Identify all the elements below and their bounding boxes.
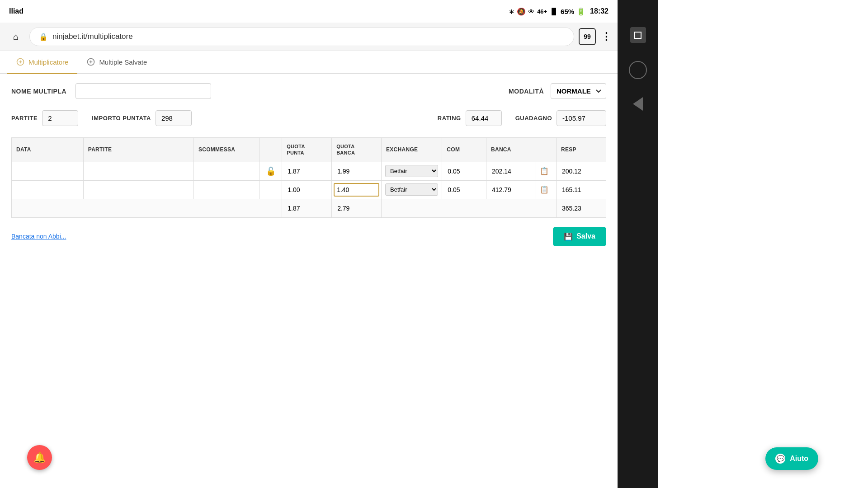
row2-scommessa-input[interactable]: [198, 183, 256, 196]
row1-scommessa-input[interactable]: [198, 165, 256, 178]
summary-quota-banca: [332, 199, 382, 217]
row2-exchange-cell: Betfair Smarkets: [382, 180, 442, 199]
row2-data-cell: [12, 180, 84, 199]
tab-multiplicatore[interactable]: Multiplicatore: [7, 51, 77, 74]
nome-multipla-label: NOME MULTIPLA: [11, 88, 66, 95]
row2-resp-input[interactable]: [560, 183, 602, 196]
table-header-row: DATA PARTITE SCOMMESSA QUOTA PUNTA QUOTA…: [12, 138, 606, 162]
browser-menu-button[interactable]: ⋮: [601, 31, 611, 42]
table-row: Betfair Smarkets 📋: [12, 180, 606, 199]
bancata-link[interactable]: Bancata non Abbi...: [11, 233, 66, 240]
rating-group: RATING: [438, 110, 502, 126]
sidebar-circle-button[interactable]: [629, 61, 647, 79]
row2-banca-input[interactable]: [490, 183, 532, 196]
status-bar: Iliad ∗ 🔕 👁 46+ ▐▌ 65% 🔋 18:32: [0, 0, 618, 23]
summary-empty: [12, 199, 282, 217]
rating-label: RATING: [438, 115, 461, 122]
th-com: COM: [442, 138, 486, 162]
summary-quota-punta-input[interactable]: [286, 202, 328, 215]
row1-lock-cell: 🔓: [260, 162, 282, 180]
guadagno-input[interactable]: [557, 110, 606, 126]
bell-icon: 🔔: [33, 452, 46, 464]
browser-chrome: ⌂ 🔒 ninjabet.it/multiplicatore 99 ⋮: [0, 23, 618, 51]
status-bar-right: ∗ 🔕 👁 46+ ▐▌ 65% 🔋 18:32: [509, 7, 609, 16]
row1-copy-cell: 📋: [536, 162, 556, 180]
summary-quota-banca-input[interactable]: [335, 202, 377, 215]
mute-icon: 🔕: [517, 7, 526, 16]
partite-group: PARTITE: [11, 110, 78, 126]
summary-middle: [382, 199, 557, 217]
summary-resp-input[interactable]: [560, 202, 602, 215]
th-copy: [536, 138, 556, 162]
modalita-section: MODALITÀ NORMALE AVANZATA: [509, 83, 606, 99]
tab-multiple-salvate[interactable]: Multiple Salvate: [77, 51, 156, 74]
signal-icon: 46+: [537, 8, 547, 15]
rating-input[interactable]: [466, 110, 502, 126]
betting-table: DATA PARTITE SCOMMESSA QUOTA PUNTA QUOTA…: [11, 137, 606, 218]
row2-partita-cell: [83, 180, 193, 199]
row1-exchange-select[interactable]: Betfair Smarkets: [385, 165, 438, 177]
th-partite: PARTITE: [83, 138, 193, 162]
page-content: NOME MULTIPLA MODALITÀ NORMALE AVANZATA …: [0, 74, 618, 488]
row2-quota-punta-cell: [282, 180, 332, 199]
time-label: 18:32: [590, 7, 609, 15]
tab-count-badge[interactable]: 99: [579, 28, 596, 45]
eye-icon: 👁: [528, 8, 535, 15]
th-banca: BANCA: [486, 138, 536, 162]
th-data: DATA: [12, 138, 84, 162]
stats-row: PARTITE IMPORTO PUNTATA RATING GUADAGNO: [11, 110, 606, 126]
row1-resp-input[interactable]: [560, 165, 602, 178]
row1-quota-punta-input[interactable]: [286, 165, 328, 178]
multiplicatore-tab-icon: [16, 57, 25, 66]
salva-button[interactable]: 💾 Salva: [553, 227, 606, 246]
row2-exchange-select[interactable]: Betfair Smarkets: [385, 183, 438, 196]
sidebar-square-button[interactable]: [630, 27, 646, 43]
row2-data-input[interactable]: [15, 183, 80, 196]
row1-data-input[interactable]: [15, 165, 80, 178]
tab-multiple-salvate-label: Multiple Salvate: [99, 58, 147, 66]
salva-label: Salva: [576, 232, 595, 240]
svg-rect-2: [635, 32, 641, 38]
row1-banca-input[interactable]: [490, 165, 532, 178]
summary-row: [12, 199, 606, 217]
browser-actions: 99 ⋮: [579, 28, 611, 45]
row1-exchange-cell: Betfair Smarkets: [382, 162, 442, 180]
home-button[interactable]: ⌂: [7, 28, 25, 46]
modalita-select[interactable]: NORMALE AVANZATA: [551, 83, 606, 99]
row2-lock-cell: [260, 180, 282, 199]
url-text: ninjabet.it/multiplicatore: [52, 32, 133, 41]
row1-com-cell: [442, 162, 486, 180]
row1-banca-cell: [486, 162, 536, 180]
row2-partita-input[interactable]: [87, 183, 190, 196]
right-sidebar: [618, 0, 658, 488]
row2-copy-cell: 📋: [536, 180, 556, 199]
importo-puntata-input[interactable]: [156, 110, 192, 126]
row1-quota-banca-input[interactable]: [335, 165, 377, 178]
row2-copy-button[interactable]: 📋: [540, 185, 549, 194]
nome-multipla-input[interactable]: [75, 83, 211, 99]
th-resp: RESP: [557, 138, 606, 162]
row1-scommessa-cell: [193, 162, 260, 180]
notification-button[interactable]: 🔔: [27, 445, 52, 470]
row2-quota-punta-input[interactable]: [286, 183, 328, 196]
row1-copy-button[interactable]: 📋: [540, 167, 549, 175]
row1-lock-button[interactable]: 🔓: [266, 166, 276, 176]
url-bar[interactable]: 🔒 ninjabet.it/multiplicatore: [29, 27, 574, 46]
modalita-label: MODALITÀ: [509, 88, 544, 95]
row1-data-cell: [12, 162, 84, 180]
network-bars-icon: ▐▌: [549, 8, 558, 15]
row1-quota-banca-cell: [332, 162, 382, 180]
table-row: 🔓 Betfair Smarkets: [12, 162, 606, 180]
row2-quota-banca-input[interactable]: [334, 183, 379, 197]
sidebar-back-button[interactable]: [633, 97, 643, 111]
th-exchange: EXCHANGE: [382, 138, 442, 162]
partite-input[interactable]: [42, 110, 78, 126]
salva-icon: 💾: [564, 232, 573, 241]
row1-partita-input[interactable]: [87, 165, 190, 178]
form-section: NOME MULTIPLA MODALITÀ NORMALE AVANZATA: [11, 83, 606, 99]
row2-com-input[interactable]: [446, 183, 482, 196]
row2-resp-cell: [557, 180, 606, 199]
guadagno-label: GUADAGNO: [515, 115, 552, 122]
row1-com-input[interactable]: [446, 165, 482, 178]
table-footer: Bancata non Abbi... 💾 Salva: [11, 227, 606, 246]
